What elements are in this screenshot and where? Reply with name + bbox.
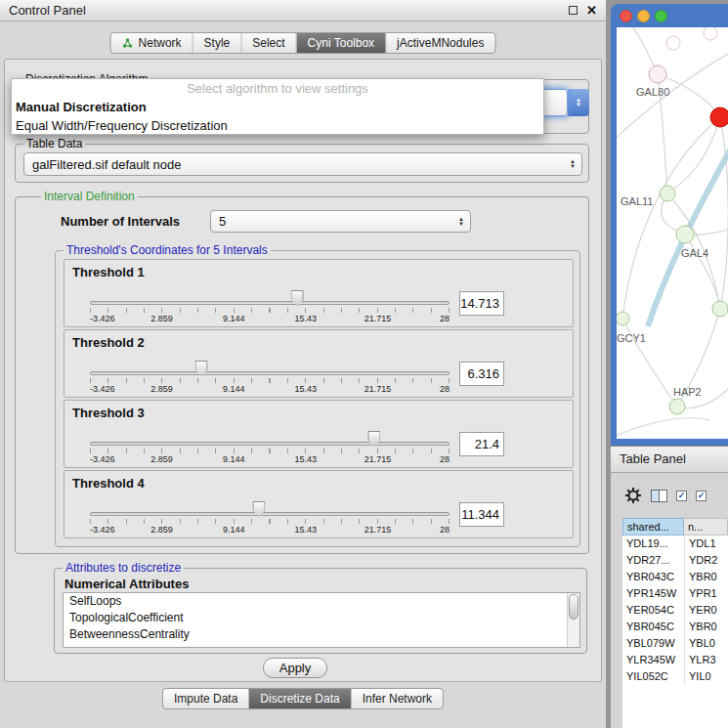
checkbox-icon[interactable]: ✓ (696, 491, 707, 501)
tab-label: Cyni Toolbox (308, 36, 374, 50)
cell[interactable]: YLR3 (684, 652, 728, 668)
tab-style[interactable]: Style (193, 33, 241, 53)
threshold-2-slider[interactable]: -3.426 2.859 9.144 15.43 21.715 28 (90, 330, 450, 399)
node-gal80[interactable] (649, 65, 666, 83)
group-title: Interval Definition (41, 190, 138, 203)
cell[interactable]: YBR0 (684, 619, 728, 635)
cell[interactable]: YER0 (684, 602, 728, 619)
tab-label: Discretize Data (260, 692, 339, 706)
dropdown-option-manual[interactable]: Manual Discretization (12, 98, 543, 116)
threshold-1-slider[interactable]: -3.426 2.859 9.144 15.43 21.715 28 (90, 260, 450, 328)
cell[interactable]: YPR1 (684, 585, 728, 602)
threshold-4-value-field[interactable] (459, 502, 504, 527)
table-data-combo[interactable]: galFiltered.sif default node ▲▼ (23, 152, 582, 176)
float-window-icon[interactable] (569, 6, 578, 15)
table-row[interactable]: YLR345WYLR3 (622, 652, 728, 668)
list-item[interactable]: BetweennessCentrality (64, 626, 579, 643)
node-label: GCY1 (617, 332, 646, 344)
node-label: HAP2 (673, 386, 702, 398)
scale-label: 28 (440, 384, 450, 394)
checkbox-icon[interactable]: ✓ (676, 491, 687, 501)
slider-track[interactable] (90, 442, 450, 446)
scale-label: 9.144 (223, 525, 245, 535)
control-panel-titlebar: Control Panel ✕ (0, 0, 606, 21)
table-row[interactable]: YBR045CYBR0 (622, 619, 728, 635)
threshold-2-value-field[interactable] (459, 362, 504, 386)
column-header-name[interactable]: n... (684, 518, 728, 535)
scale-label: 2.859 (150, 314, 173, 323)
threshold-4-box: Threshold 4 -3.426 2.859 9.144 15.43 21.… (64, 470, 574, 538)
table-row[interactable]: YBL079WYBL0 (622, 635, 728, 652)
cell[interactable]: YBR045C (622, 619, 684, 635)
table-row[interactable]: YIL052CYIL0 (622, 668, 728, 685)
minimize-traffic-light-icon[interactable] (637, 10, 650, 22)
cell[interactable]: YDR2 (684, 552, 728, 569)
list-scrollbar[interactable] (567, 593, 579, 647)
bottom-tab-bar: Impute Data Discretize Data Infer Networ… (162, 688, 444, 709)
cell[interactable]: YDR27... (622, 552, 684, 569)
slider-track[interactable] (90, 301, 450, 305)
scale-label: 28 (440, 525, 450, 535)
apply-button[interactable]: Apply (263, 658, 327, 678)
node[interactable] (704, 27, 717, 40)
algorithm-combo-arrow-button[interactable]: ▲▼ (568, 89, 589, 116)
cell[interactable]: YIL0 (684, 668, 728, 685)
dropdown-option-equal-width[interactable]: Equal Width/Frequency Discretization (12, 116, 543, 135)
close-icon[interactable]: ✕ (586, 3, 597, 18)
column-selector-icon[interactable] (651, 490, 667, 502)
gear-icon[interactable] (624, 487, 642, 504)
spinner-arrows-icon: ▲▼ (570, 159, 581, 169)
numerical-attributes-label: Numerical Attributes (64, 577, 189, 591)
node-gal11[interactable] (660, 186, 675, 201)
tab-impute-data[interactable]: Impute Data (163, 689, 248, 708)
node-gcy1[interactable] (617, 312, 629, 325)
threshold-4-slider[interactable]: -3.426 2.859 9.144 15.43 21.715 28 (90, 471, 450, 539)
scrollbar-thumb[interactable] (569, 594, 578, 620)
thresholds-group: Threshold's Coordinates for 5 Intervals … (55, 250, 580, 547)
close-traffic-light-icon[interactable] (620, 10, 632, 22)
threshold-3-value-field[interactable] (459, 432, 504, 456)
node[interactable] (712, 301, 728, 317)
num-intervals-combo[interactable]: 5 ▲▼ (210, 210, 471, 233)
cell[interactable]: YLR345W (622, 652, 684, 668)
node[interactable] (666, 36, 680, 50)
attributes-list: SelfLoops TopologicalCoefficient Between… (63, 592, 580, 648)
tab-cyni-toolbox[interactable]: Cyni Toolbox (296, 33, 385, 53)
table-row[interactable]: YBR043CYBR0 (622, 569, 728, 585)
combo-value: 5 (219, 214, 226, 229)
threshold-3-slider[interactable]: -3.426 2.859 9.144 15.43 21.715 28 (90, 401, 450, 469)
list-item[interactable]: TopologicalCoefficient (64, 610, 579, 626)
tab-jactivemnodules[interactable]: jActiveMNodules (385, 33, 494, 53)
slider-track[interactable] (90, 512, 450, 516)
table-row[interactable]: YPR145WYPR1 (622, 585, 728, 602)
network-canvas[interactable]: GAL80 GAL11 GAL4 GCY1 HAP2 (617, 27, 728, 439)
column-header-shared-name[interactable]: shared... (622, 518, 684, 535)
zoom-traffic-light-icon[interactable] (655, 10, 667, 22)
node-hap2[interactable] (669, 399, 685, 414)
scale-label: 21.715 (364, 384, 392, 394)
tab-network[interactable]: Network (111, 33, 193, 53)
tab-select[interactable]: Select (240, 33, 295, 53)
cell[interactable]: YER054C (622, 602, 684, 619)
table-row[interactable]: YER054CYER0 (622, 602, 728, 619)
threshold-1-value-field[interactable] (459, 291, 504, 316)
cell[interactable]: YBR043C (622, 569, 684, 585)
scale-label: 28 (440, 454, 450, 464)
table-row[interactable]: YDR27...YDR2 (622, 552, 728, 569)
slider-track[interactable] (90, 371, 450, 375)
tab-infer-network[interactable]: Infer Network (351, 689, 443, 708)
selected-node[interactable] (710, 107, 728, 127)
cell[interactable]: YBL079W (622, 635, 684, 652)
cell[interactable]: YIL052C (622, 668, 684, 685)
cell[interactable]: YBL0 (684, 635, 728, 652)
table-row[interactable]: YDL19...YDL1 (622, 535, 728, 552)
cell[interactable]: YBR0 (684, 569, 728, 585)
tab-discretize-data[interactable]: Discretize Data (248, 689, 350, 708)
cell[interactable]: YDL19... (622, 535, 684, 552)
cell[interactable]: YPR145W (622, 585, 684, 602)
list-item[interactable]: SelfLoops (64, 593, 579, 610)
network-view-window: GAL80 GAL11 GAL4 GCY1 HAP2 (611, 4, 728, 446)
cell[interactable]: YDL1 (684, 535, 728, 552)
scale-label: 21.715 (364, 314, 392, 323)
node-gal4[interactable] (676, 226, 694, 243)
